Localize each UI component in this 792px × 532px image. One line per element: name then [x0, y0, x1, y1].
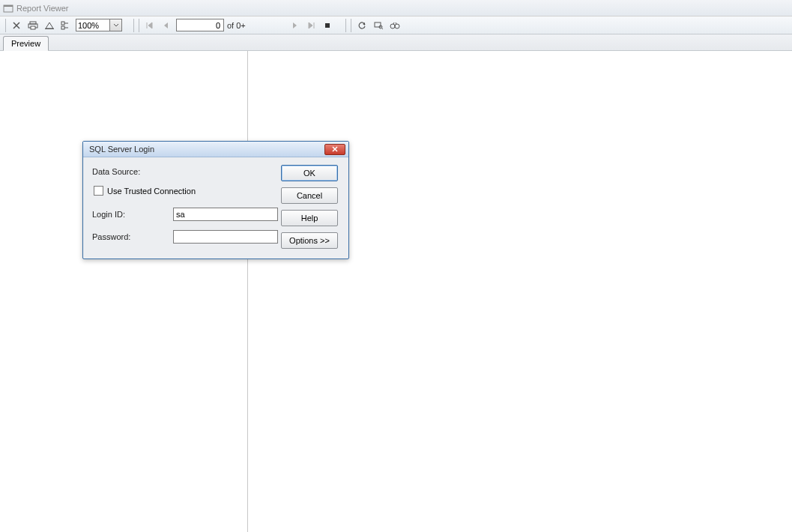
search-icon[interactable]: [371, 18, 386, 33]
next-page-icon[interactable]: [287, 18, 302, 33]
cancel-button[interactable]: Cancel: [281, 187, 338, 204]
prev-page-icon[interactable]: [159, 18, 174, 33]
svg-rect-6: [61, 22, 64, 25]
stop-icon[interactable]: [320, 18, 335, 33]
toolbar-separator: [345, 19, 346, 32]
zoom-combo[interactable]: [76, 19, 122, 31]
options-button[interactable]: Options >>: [281, 232, 338, 249]
vertical-splitter[interactable]: [247, 51, 248, 532]
window-title: Report Viewer: [16, 4, 69, 13]
dialog-body: Data Source: Use Trusted Connection Logi…: [83, 157, 348, 259]
toolbar-separator: [133, 19, 134, 32]
last-page-icon[interactable]: [303, 18, 318, 33]
zoom-dropdown-button[interactable]: [110, 19, 122, 31]
page-number-input[interactable]: [176, 19, 224, 31]
refresh-icon[interactable]: [354, 18, 369, 33]
help-button[interactable]: Help: [281, 210, 338, 226]
dialog-title: SQL Server Login: [89, 145, 154, 154]
close-button-icon[interactable]: [9, 18, 24, 33]
dialog-left-column: Data Source: Use Trusted Connection Logi…: [92, 165, 281, 251]
svg-rect-7: [61, 26, 64, 29]
toolbar: of 0+: [0, 16, 792, 34]
trusted-connection-label: Use Trusted Connection: [107, 187, 196, 196]
login-id-input[interactable]: [173, 208, 278, 221]
svg-rect-8: [325, 23, 330, 28]
svg-point-11: [390, 24, 395, 28]
password-row: Password:: [92, 229, 281, 245]
svg-rect-1: [4, 5, 13, 7]
svg-rect-4: [31, 26, 35, 29]
tab-strip: Preview: [0, 34, 792, 51]
print-icon[interactable]: [25, 18, 40, 33]
svg-rect-5: [45, 28, 54, 29]
zoom-input[interactable]: [76, 19, 110, 31]
trusted-connection-checkbox[interactable]: [94, 186, 103, 196]
toggle-tree-icon[interactable]: [58, 18, 73, 33]
data-source-label: Data Source:: [92, 167, 173, 176]
toolbar-separator: [5, 19, 6, 32]
export-icon[interactable]: [42, 18, 57, 33]
login-id-label: Login ID:: [92, 210, 173, 219]
page-of-label: of 0+: [227, 21, 246, 30]
close-icon[interactable]: [324, 144, 345, 155]
ok-button[interactable]: OK: [281, 165, 338, 181]
title-bar: Report Viewer: [0, 0, 792, 16]
dialog-title-bar[interactable]: SQL Server Login: [83, 142, 348, 157]
login-id-row: Login ID:: [92, 206, 281, 223]
svg-point-12: [395, 24, 399, 28]
first-page-icon[interactable]: [142, 18, 157, 33]
app-icon: [3, 3, 13, 13]
binoculars-icon[interactable]: [387, 18, 402, 33]
report-viewport: [0, 51, 792, 532]
tab-preview[interactable]: Preview: [3, 36, 49, 51]
password-label: Password:: [92, 232, 173, 241]
password-input[interactable]: [173, 230, 278, 244]
trusted-connection-row: Use Trusted Connection: [92, 186, 281, 196]
toolbar-separator: [139, 19, 139, 32]
data-source-row: Data Source:: [92, 165, 281, 178]
sql-login-dialog: SQL Server Login Data Source: Use Truste…: [82, 141, 349, 259]
toolbar-separator: [351, 19, 351, 32]
dialog-button-column: OK Cancel Help Options >>: [281, 165, 341, 251]
